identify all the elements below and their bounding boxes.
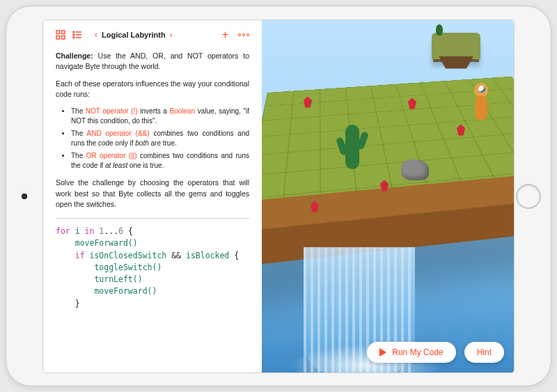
ipad-frame: ‹ Logical Labyrinth › + Challenge: Use t… <box>6 6 551 386</box>
svg-point-8 <box>73 37 74 38</box>
chevron-left-icon[interactable]: ‹ <box>95 30 97 40</box>
hint-button[interactable]: Hint <box>464 342 504 363</box>
svg-rect-1 <box>62 31 65 34</box>
floating-island <box>432 33 480 59</box>
toolbar: ‹ Logical Labyrinth › + <box>56 29 249 41</box>
list-icon[interactable] <box>72 30 82 40</box>
more-icon[interactable] <box>238 29 249 41</box>
outro-text: Solve the challenge by choosing the oper… <box>56 178 249 210</box>
plus-icon[interactable]: + <box>222 29 228 41</box>
home-button[interactable] <box>516 184 541 209</box>
camera-dot <box>22 194 27 199</box>
chevron-right-icon[interactable]: › <box>170 30 173 40</box>
intro-text: Each of these operators influences the w… <box>56 79 249 100</box>
grid-icon[interactable] <box>56 30 65 40</box>
list-item: The NOT operator (!) inverts a Boolean v… <box>71 107 249 126</box>
svg-point-4 <box>73 31 74 33</box>
game-world: Run My Code Hint <box>262 20 514 373</box>
instructions-pane: ‹ Logical Labyrinth › + Challenge: Use t… <box>43 20 262 373</box>
list-item: The OR operator (||) combines two condit… <box>71 151 249 171</box>
svg-point-11 <box>243 33 245 36</box>
challenge-text: Challenge: Use the AND, OR, and NOT oper… <box>56 51 249 72</box>
hint-label: Hint <box>477 347 492 357</box>
run-code-button[interactable]: Run My Code <box>367 342 455 363</box>
play-icon <box>379 348 386 356</box>
divider <box>56 218 249 219</box>
svg-rect-2 <box>56 36 60 39</box>
action-bar: Run My Code Hint <box>367 342 504 363</box>
operator-list: The NOT operator (!) inverts a Boolean v… <box>71 107 249 171</box>
svg-point-12 <box>247 33 249 36</box>
byte-character <box>472 83 490 120</box>
lesson-nav: ‹ Logical Labyrinth › <box>95 30 173 40</box>
svg-rect-0 <box>56 31 60 34</box>
app-screen: ‹ Logical Labyrinth › + Challenge: Use t… <box>43 20 514 373</box>
rock <box>401 159 429 180</box>
list-item: The AND operator (&&) combines two condi… <box>71 129 249 148</box>
svg-point-6 <box>73 34 74 36</box>
instructions-content: Challenge: Use the AND, OR, and NOT oper… <box>56 51 249 310</box>
code-editor[interactable]: for i in 1...6 { moveForward() if isOnCl… <box>56 226 249 310</box>
svg-rect-3 <box>62 36 65 39</box>
cactus <box>345 125 359 169</box>
run-code-label: Run My Code <box>392 347 443 357</box>
svg-point-10 <box>239 33 241 36</box>
lesson-title: Logical Labyrinth <box>102 31 166 39</box>
